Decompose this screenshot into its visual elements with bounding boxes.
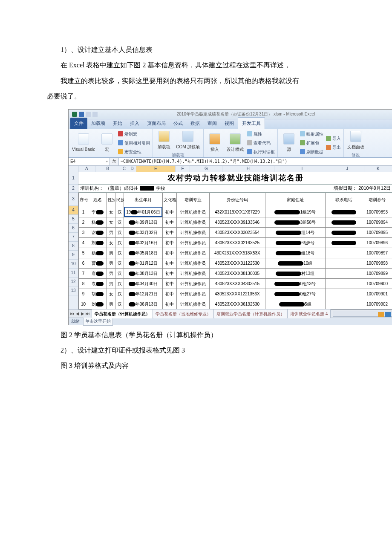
tab-addin1[interactable]: 加载项 [87, 118, 109, 129]
row-header-6[interactable]: 6 [69, 224, 78, 233]
cell[interactable]: 5组 [265, 299, 325, 309]
col-header-d[interactable]: D [128, 166, 136, 172]
cell[interactable]: 村13组 [265, 268, 325, 278]
cell[interactable]: 3组58号 [265, 217, 325, 227]
tab-formula[interactable]: 公式 [170, 118, 187, 129]
row-header-5[interactable]: 5 [69, 215, 78, 224]
properties-button[interactable]: 属性 [247, 130, 275, 138]
cell[interactable] [326, 299, 362, 309]
cell[interactable]: 刘 [88, 299, 107, 309]
cell[interactable]: 初中 [162, 299, 176, 309]
save-icon[interactable] [79, 112, 84, 117]
macro-button[interactable]: 宏 [98, 133, 115, 153]
cell[interactable]: 汉 [115, 227, 124, 237]
redo-icon[interactable] [92, 112, 98, 117]
cell[interactable]: 0组13号 [265, 278, 325, 289]
cell[interactable]: 432X0119XXX1X67229 [210, 207, 265, 217]
cell[interactable]: 汉 [115, 207, 124, 217]
sheet-nav-last[interactable]: ⏭ [86, 309, 90, 318]
name-box[interactable]: E4 ▾ [69, 158, 110, 165]
cell[interactable] [326, 248, 362, 258]
cell[interactable]: 100709901 [362, 289, 392, 299]
cell[interactable]: 430523XXXX02163525 [210, 237, 265, 248]
row-header-8[interactable]: 8 [69, 242, 78, 251]
cell[interactable]: 1组19号 [265, 207, 325, 217]
cell[interactable]: 曹 [88, 258, 107, 268]
chevron-down-icon[interactable]: ▾ [106, 158, 108, 165]
map-properties-button[interactable]: 映射属性 [300, 130, 323, 138]
col-header-c[interactable]: C [120, 166, 128, 172]
cell[interactable]: 0组27号 [265, 289, 325, 299]
cell[interactable]: 430X231XXXX518X53X [210, 248, 265, 258]
cell[interactable]: 100709893 [362, 207, 392, 217]
cell[interactable]: 年03月02日 [124, 227, 163, 237]
cell[interactable]: 初中 [162, 227, 176, 237]
cell[interactable]: 100709895 [362, 227, 392, 237]
cell[interactable] [326, 268, 362, 278]
cell[interactable]: 10组 [265, 258, 325, 268]
row-header-11[interactable]: 11 [69, 269, 78, 278]
view-code-button[interactable]: 查看代码 [247, 139, 275, 147]
cell[interactable]: 汉 [115, 258, 124, 268]
cell[interactable]: 100709898 [362, 258, 392, 268]
record-macro-button[interactable]: 录制宏 [118, 130, 150, 138]
cell[interactable]: 6 [79, 258, 88, 268]
cell[interactable]: 杨 [88, 217, 107, 227]
sheet-tab-2[interactable]: 培训就业学员名册（计算机操作员） [213, 309, 288, 318]
cell[interactable]: 汉 [115, 268, 124, 278]
row-header-10[interactable]: 10 [69, 260, 78, 269]
cell[interactable]: 女 [107, 237, 115, 248]
cell[interactable] [326, 278, 362, 289]
cell[interactable]: 100709899 [362, 268, 392, 278]
cell[interactable] [326, 207, 362, 217]
cell[interactable]: 100709900 [362, 278, 392, 289]
row-header-7[interactable]: 7 [69, 233, 78, 242]
cell[interactable]: 初中 [162, 217, 176, 227]
row-header-1[interactable]: 1 [69, 172, 78, 185]
visual-basic-button[interactable]: Visual Basic [71, 133, 96, 153]
cell[interactable]: 初中 [162, 237, 176, 248]
cell[interactable]: 计算机操作员 [176, 289, 209, 299]
import-button[interactable]: 导入 [326, 134, 341, 142]
cell[interactable]: 年01月12日 [124, 258, 163, 268]
col-header-b[interactable]: B [95, 166, 120, 172]
cell[interactable]: 初中 [162, 207, 176, 217]
cell[interactable]: 男 [107, 227, 115, 237]
cell[interactable]: 谢 [88, 227, 107, 237]
cell[interactable]: 100709897 [362, 248, 392, 258]
fx-icon[interactable]: fx [110, 158, 119, 165]
cell[interactable]: 组14号 [265, 227, 325, 237]
row-header-3[interactable]: 3 [69, 193, 78, 206]
relative-ref-button[interactable]: 使用相对引用 [118, 139, 150, 147]
cell[interactable]: 组18号 [265, 248, 325, 258]
cell[interactable]: 年02月16日 [124, 237, 163, 248]
cell[interactable]: 计算机操作员 [176, 207, 209, 217]
cell[interactable]: 100709896 [362, 237, 392, 248]
cell[interactable]: 汉 [115, 248, 124, 258]
cell[interactable]: 初中 [162, 258, 176, 268]
cell[interactable] [326, 237, 362, 248]
cell[interactable]: 1 [79, 207, 88, 217]
cell[interactable]: 4 [79, 237, 88, 248]
cell[interactable]: 汉 [115, 217, 124, 227]
sheet-nav-next[interactable]: ▶ [81, 309, 85, 318]
page-layout-icon[interactable] [385, 312, 391, 317]
cell[interactable]: 计算机操作员 [176, 237, 209, 248]
row-header-12[interactable]: 12 [69, 278, 78, 286]
cell[interactable]: 初中 [162, 268, 176, 278]
cell[interactable]: 男 [107, 268, 115, 278]
cell[interactable]: 计算机操作员 [176, 268, 209, 278]
cell[interactable]: 19年01月06日 [124, 207, 163, 217]
row-header-13[interactable]: 13 [69, 286, 78, 295]
cell[interactable]: 杨 [88, 248, 107, 258]
formula-bar[interactable]: =CONCATENATE(MID(H4,7,4),"年",MID(H4,11,2… [119, 158, 392, 165]
col-header-j[interactable]: J [330, 166, 364, 172]
cell[interactable]: 2 [79, 217, 88, 227]
macro-security-button[interactable]: 宏安全性 [118, 148, 150, 156]
refresh-data-button[interactable]: 刷新数据 [300, 148, 323, 156]
cell[interactable]: 女 [107, 289, 115, 299]
row-header-9[interactable]: 9 [69, 251, 78, 260]
cell[interactable]: 李 [88, 207, 107, 217]
expansion-pack-button[interactable]: 扩展包 [300, 139, 323, 147]
doc-panel-button[interactable]: 文档面板 [346, 130, 365, 151]
